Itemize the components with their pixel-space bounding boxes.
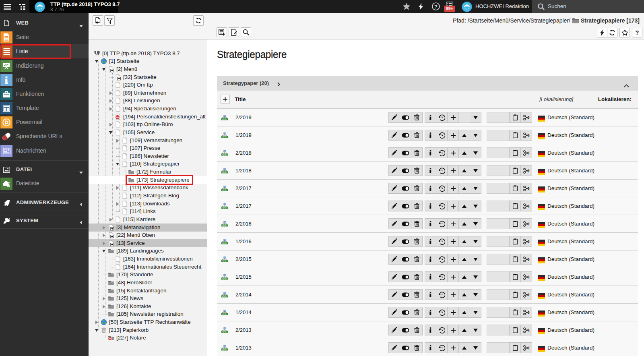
svg-text:?: ? bbox=[434, 4, 438, 10]
